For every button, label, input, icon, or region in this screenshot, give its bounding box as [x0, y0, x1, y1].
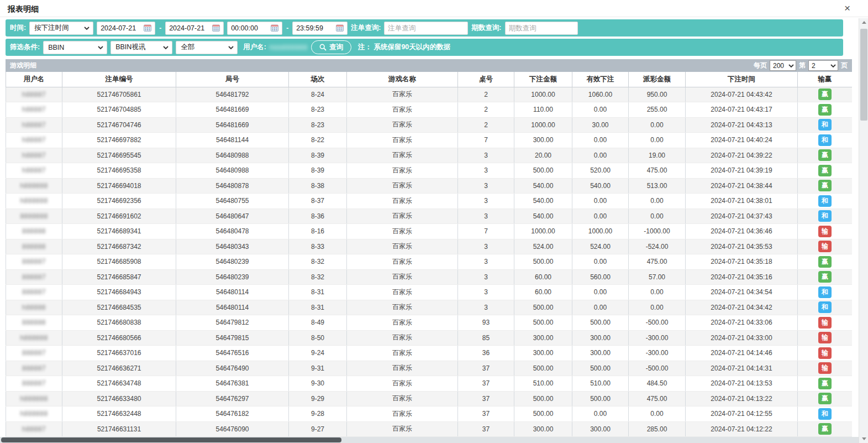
scope-select[interactable]: 全部	[176, 41, 238, 54]
search-button-label: 查询	[329, 43, 343, 52]
cell-table-no: 36	[458, 346, 514, 361]
cell-table-no: 3	[458, 254, 514, 270]
cell-session: 8-22	[289, 133, 347, 148]
category-select[interactable]: BBIN视讯	[111, 41, 172, 54]
cell-username: 888888	[6, 224, 62, 239]
vendor-select[interactable]: BBIN	[43, 41, 107, 54]
cell-session: 8-49	[289, 315, 347, 331]
cell-session: 8-23	[289, 102, 347, 118]
horizontal-scrollbar-thumb[interactable]	[1, 437, 341, 442]
vertical-scrollbar-thumb[interactable]	[860, 29, 867, 121]
per-page-select[interactable]: 200	[770, 60, 796, 71]
cell-game-name: 百家乐	[347, 406, 458, 422]
column-header: 输赢	[798, 72, 853, 87]
per-page-value: 200	[773, 62, 784, 70]
date-separator: -	[159, 24, 162, 32]
column-header: 有效下注	[572, 72, 629, 87]
cell-payout: 0.00	[629, 285, 686, 300]
cell-table-no: 3	[458, 163, 514, 179]
result-badge: 赢	[818, 393, 832, 404]
cell-game-name: 百家乐	[347, 346, 458, 361]
time-type-value: 按下注时间	[34, 23, 69, 33]
cell-round-no: 546480988	[176, 163, 289, 179]
cell-game-name: 百家乐	[347, 376, 458, 392]
filter-criteria-label: 筛选条件:	[10, 43, 40, 52]
calendar-icon[interactable]	[336, 24, 344, 32]
cell-table-no: 7	[458, 133, 514, 148]
cell-result: 赢	[798, 87, 853, 102]
cell-username: 888887	[6, 269, 62, 285]
filter-row-criteria: 筛选条件: BBIN BBIN视讯 全部 用户名: hbb888888 查询 注…	[6, 39, 843, 56]
result-badge: 赢	[818, 378, 832, 389]
result-badge: 赢	[818, 180, 832, 191]
cell-bet-id: 521746634748	[62, 376, 176, 392]
cell-bet-amount: 60.00	[514, 269, 572, 285]
chevron-down-icon	[830, 63, 836, 69]
cell-bet-amount: 510.00	[514, 376, 572, 392]
calendar-icon[interactable]	[212, 24, 220, 32]
horizontal-scrollbar[interactable]	[0, 437, 859, 443]
cell-bet-id: 521746692356	[62, 194, 176, 209]
result-badge: 赢	[818, 149, 832, 161]
cell-result: 和	[798, 406, 853, 422]
cell-bet-amount: 1000.00	[514, 224, 572, 239]
cell-bet-id: 521746631131	[62, 421, 176, 437]
cell-username: h88888	[6, 300, 62, 315]
date-from-input[interactable]	[101, 24, 141, 32]
scroll-down-arrow-icon[interactable]	[859, 435, 868, 443]
username-masked: 888887	[22, 379, 46, 387]
cell-round-no: 546480755	[176, 194, 289, 209]
time-to-input[interactable]	[296, 24, 334, 32]
time-from-field[interactable]	[227, 22, 282, 35]
bet-query-label: 注单查询:	[351, 23, 381, 33]
time-from-input[interactable]	[231, 24, 269, 32]
result-badge: 和	[818, 301, 832, 313]
cell-result: 和	[798, 117, 853, 133]
page-select[interactable]: 2	[808, 60, 838, 71]
cell-bet-time: 2024-07-21 04:37:43	[686, 209, 798, 224]
scroll-up-arrow-icon[interactable]	[859, 18, 868, 27]
cell-table-no: 37	[458, 376, 514, 392]
cell-game-name: 百家乐	[347, 391, 458, 406]
cell-round-no: 546476297	[176, 391, 289, 406]
cell-bet-id: 521746694018	[62, 178, 176, 194]
cell-round-no: 546480239	[176, 269, 289, 285]
cell-round-no: 546480239	[176, 254, 289, 270]
username-masked: 888887	[22, 364, 46, 372]
cell-bet-amount: 500.00	[514, 406, 572, 422]
bet-query-field[interactable]	[384, 22, 468, 35]
calendar-icon[interactable]	[144, 24, 151, 32]
cell-bet-id: 521746685847	[62, 269, 176, 285]
close-icon[interactable]: ×	[844, 3, 850, 14]
cell-bet-time: 2024-07-21 04:43:13	[686, 117, 798, 133]
vertical-scrollbar[interactable]	[859, 18, 868, 443]
cell-game-name: 百家乐	[347, 421, 458, 437]
cell-bet-time: 2024-07-21 04:12:22	[686, 421, 798, 437]
cell-username: h88887	[6, 87, 62, 102]
cell-bet-id: 521746680566	[62, 330, 176, 346]
result-badge: 输	[818, 241, 832, 252]
cell-valid-bet: 0.00	[572, 406, 629, 422]
username-masked: 888888	[22, 319, 46, 326]
cell-session: 8-32	[289, 254, 347, 270]
date-to-field[interactable]	[165, 22, 224, 35]
cell-payout: 0.00	[629, 133, 686, 148]
cell-round-no: 546481669	[176, 102, 289, 118]
period-query-field[interactable]	[505, 22, 578, 35]
calendar-icon[interactable]	[271, 24, 278, 32]
date-to-input[interactable]	[169, 24, 210, 32]
search-button[interactable]: 查询	[311, 40, 351, 54]
time-type-select[interactable]: 按下注时间	[29, 22, 93, 35]
bet-query-input[interactable]	[388, 24, 464, 32]
cell-result: 和	[798, 209, 853, 224]
period-query-input[interactable]	[509, 24, 574, 32]
cell-round-no: 546480988	[176, 148, 289, 163]
cell-bet-time: 2024-07-21 04:36:46	[686, 224, 798, 239]
table-row: h8888885217466334805464762979-29百家乐37500…	[6, 391, 853, 406]
cell-session: 8-24	[289, 87, 347, 102]
date-from-field[interactable]	[97, 22, 155, 35]
cell-bet-amount: 500.00	[514, 315, 572, 331]
table-row: 8888885217466873425464803438-33百家乐3524.0…	[6, 239, 853, 254]
time-to-field[interactable]	[292, 22, 348, 35]
cell-result: 赢	[798, 102, 853, 118]
